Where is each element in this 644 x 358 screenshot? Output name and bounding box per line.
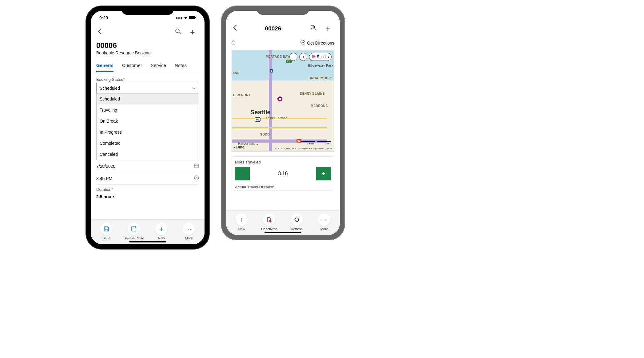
bing-logo: ▸ Bing — [234, 145, 244, 149]
svg-rect-4 — [194, 164, 199, 168]
battery-icon — [189, 16, 196, 20]
refresh-icon — [291, 214, 303, 226]
terms-link[interactable]: Terms — [325, 147, 332, 150]
lock-icon — [232, 40, 235, 45]
decrement-button[interactable]: - — [235, 167, 250, 180]
refresh-button[interactable]: Refresh — [285, 214, 308, 231]
home-indicator[interactable] — [129, 241, 166, 242]
tab-notes[interactable]: Notes — [175, 60, 187, 72]
tab-general[interactable]: General — [96, 60, 113, 72]
option-canceled[interactable]: Canceled — [97, 149, 199, 160]
map-type-select[interactable]: Road — [309, 53, 332, 61]
add-icon[interactable]: ＋ — [321, 22, 334, 35]
status-icons: ●●● — [176, 16, 196, 20]
booking-status-dropdown: Scheduled Traveling On Break In Progress… — [96, 93, 199, 160]
new-button[interactable]: ＋ New — [230, 214, 253, 231]
shield-99: 99 — [255, 117, 260, 122]
map-attribution: © 2020 HERE, © 2020 Microsoft Corporatio… — [275, 147, 332, 150]
map-road — [232, 127, 327, 128]
svg-point-2 — [176, 29, 179, 33]
command-bar: ＋ New Deactivate Refresh ⋯ More — [226, 210, 340, 235]
search-icon[interactable] — [308, 23, 319, 33]
back-button[interactable] — [96, 27, 103, 37]
svg-line-3 — [179, 32, 181, 34]
save-icon — [100, 223, 113, 235]
zoom-in-button[interactable]: + — [299, 53, 307, 61]
back-button[interactable] — [232, 24, 238, 33]
option-in-progress[interactable]: In Progress — [97, 127, 199, 138]
miles-value[interactable]: 8.16 — [278, 171, 288, 176]
option-scheduled[interactable]: Scheduled — [97, 93, 199, 104]
phone-frame-1: 9:29 ●●● ＋ 00006 Bookable R — [86, 6, 209, 249]
svg-line-10 — [197, 178, 197, 179]
clock-icon — [194, 175, 199, 181]
svg-rect-15 — [232, 42, 235, 44]
save-button[interactable]: Save — [95, 223, 118, 240]
travel-duration-label: Actual Travel Duration — [235, 185, 331, 189]
more-button[interactable]: ⋯ More — [177, 223, 200, 240]
map[interactable]: 5 520 99 90 PORTAGE BAY Edgewater Park B… — [232, 50, 334, 151]
booking-status-value: Scheduled — [100, 86, 120, 91]
save-close-button[interactable]: Save & Close — [122, 223, 145, 240]
new-button[interactable]: ＋ New — [150, 223, 173, 240]
signal-icon: ●●● — [176, 16, 182, 20]
status-time: 9:29 — [99, 15, 108, 20]
date-field[interactable]: 7/28/2020 — [96, 160, 199, 172]
map-highway — [269, 50, 272, 151]
option-traveling[interactable]: Traveling — [97, 104, 199, 116]
option-completed[interactable]: Completed — [97, 138, 199, 149]
label-broadmoor: BROADMOOR — [309, 77, 331, 80]
more-icon: ⋯ — [318, 214, 330, 226]
label-denny-blaine: DENNY BLAINE — [300, 92, 325, 95]
map-pin[interactable] — [277, 96, 282, 101]
get-directions-button[interactable]: Get Directions — [300, 40, 334, 46]
svg-line-14 — [314, 29, 316, 30]
time-value: 8:45 PM — [96, 176, 112, 181]
miles-traveled-card: Miles Traveled - 8.16 + Actual Travel Du… — [232, 156, 334, 191]
plus-icon: ＋ — [155, 223, 168, 235]
screen-1: 9:29 ●●● ＋ 00006 Bookable R — [91, 11, 205, 244]
map-city-label: Seattle — [250, 109, 271, 116]
duration-value: 2.5 hours — [96, 194, 115, 199]
screen-2: 00026 ＋ Get Directions 5 — [226, 11, 340, 235]
form-body: Booking Status* Scheduled Scheduled Trav… — [91, 72, 205, 219]
tab-customer[interactable]: Customer — [122, 60, 142, 72]
directions-row: Get Directions — [226, 37, 340, 48]
increment-button[interactable]: + — [316, 167, 331, 180]
label-sodo: SODO — [260, 133, 270, 136]
wifi-icon — [184, 16, 188, 20]
map-scale: 1 miles 1 km — [301, 141, 331, 145]
more-icon: ⋯ — [183, 223, 195, 235]
plus-icon: ＋ — [236, 214, 248, 226]
label-terfront: TERFRONT — [233, 93, 250, 97]
svg-rect-1 — [195, 17, 196, 18]
tab-service[interactable]: Service — [151, 60, 166, 72]
option-on-break[interactable]: On Break — [97, 116, 199, 127]
add-icon[interactable]: ＋ — [186, 26, 199, 39]
record-title: 00006 — [96, 41, 199, 50]
search-icon[interactable] — [173, 27, 184, 37]
deactivate-icon — [263, 214, 275, 226]
deactivate-button[interactable]: Deactivate — [258, 214, 280, 231]
miles-stepper: - 8.16 + — [235, 167, 331, 180]
date-value: 7/28/2020 — [96, 164, 115, 169]
tabs: General Customer Service Notes — [91, 60, 205, 72]
label-ann: ANN — [233, 71, 240, 75]
label-madrona: MADRONA — [311, 104, 328, 108]
zoom-out-button[interactable]: − — [289, 53, 297, 61]
calendar-icon — [194, 163, 199, 169]
label-edgewater: Edgewater Park — [308, 64, 333, 67]
booking-status-label: Booking Status* — [96, 77, 199, 82]
label-yesler: Yesler Terrace — [266, 116, 287, 120]
directions-icon — [300, 40, 305, 46]
duration-field[interactable]: 2.5 hours — [96, 193, 199, 202]
home-indicator[interactable] — [264, 232, 301, 233]
record-header: 00006 Bookable Resource Booking — [91, 41, 205, 57]
record-entity: Bookable Resource Booking — [96, 50, 199, 55]
notch — [257, 6, 309, 15]
command-bar: Save Save & Close ＋ New ⋯ More — [91, 219, 205, 244]
booking-status-select[interactable]: Scheduled — [96, 83, 199, 93]
miles-label: Miles Traveled — [235, 160, 331, 164]
time-field[interactable]: 8:45 PM — [96, 172, 199, 185]
more-button[interactable]: ⋯ More — [313, 214, 336, 231]
